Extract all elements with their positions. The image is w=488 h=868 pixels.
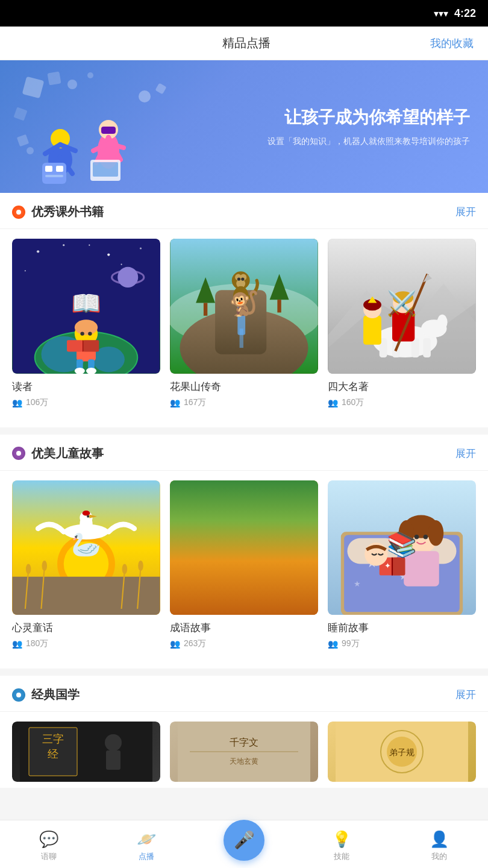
bottom-navigation: 💬 语聊 🪐 点播 🎤 💡 技能 👤 我的 [0, 820, 488, 868]
card-huaguo-image [170, 239, 318, 374]
svg-point-70 [233, 286, 249, 307]
svg-rect-59 [240, 329, 243, 348]
card-reader[interactable]: 读者 👥 106万 [7, 239, 165, 418]
section-icon-stories [12, 447, 25, 460]
svg-point-29 [37, 250, 39, 253]
svg-rect-13 [101, 127, 116, 134]
card-chengyu-views: 263万 [184, 638, 206, 649]
section-guoxue-title-wrap: 经典国学 [12, 687, 80, 703]
page-title: 精品点播 [63, 35, 430, 51]
svg-rect-25 [155, 83, 166, 94]
nav-mine-label: 我的 [431, 851, 447, 862]
svg-rect-109 [170, 480, 318, 615]
favorites-link[interactable]: 我的收藏 [430, 36, 474, 51]
promo-banner[interactable]: 让孩子成为你希望的样子 设置「我的知识」，机器人就依照来教导培训你的孩子 [0, 60, 488, 193]
card-shuiqian-meta-icon: 👥 [328, 639, 338, 649]
card-sidaming-meta-icon: 👥 [328, 398, 338, 407]
section-stories-title-wrap: 优美儿童故事 [12, 445, 104, 462]
card-xinling-views: 180万 [26, 638, 48, 649]
svg-point-100 [122, 564, 128, 574]
section-icon-guoxue [12, 688, 25, 702]
svg-point-32 [140, 247, 142, 249]
card-huaguo-meta: 👥 167万 [170, 397, 318, 408]
svg-text:✦: ✦ [384, 561, 391, 570]
svg-rect-23 [93, 162, 118, 177]
svg-rect-128 [224, 599, 230, 610]
banner-title: 让孩子成为你希望的样子 [267, 106, 470, 129]
svg-point-116 [235, 541, 253, 567]
card-huaguo-views: 167万 [184, 397, 206, 408]
svg-point-43 [75, 319, 98, 335]
card-chengyu-meta-icon: 👥 [170, 639, 180, 649]
svg-rect-118 [240, 512, 249, 528]
nav-mine[interactable]: 👤 我的 [390, 826, 488, 862]
card-sidaming[interactable]: 四大名著 👥 160万 [323, 239, 481, 418]
mine-icon: 👤 [430, 830, 449, 849]
nav-skills[interactable]: 💡 技能 [293, 826, 390, 862]
card-guoxue1[interactable]: 三字 经 [7, 722, 165, 788]
svg-rect-48 [83, 340, 99, 351]
svg-point-144 [428, 520, 444, 546]
nav-skills-label: 技能 [334, 851, 349, 862]
svg-point-68 [237, 277, 240, 280]
banner-illustration [12, 66, 205, 187]
svg-rect-129 [265, 535, 310, 586]
svg-rect-1 [47, 71, 61, 85]
card-chengyu-image: 成语 故事 [170, 480, 318, 615]
cover-guoxue3: 弟子规 [328, 722, 476, 782]
card-shuiqian-image: ★ ★ ★ ★ [328, 480, 476, 615]
svg-rect-150 [392, 557, 393, 575]
card-chengyu-title: 成语故事 [170, 621, 318, 635]
svg-rect-63 [277, 300, 281, 312]
card-huaguo[interactable]: 花果山传奇 👥 167万 [165, 239, 323, 418]
svg-text:经: 经 [48, 748, 58, 760]
section-expand-books[interactable]: 展开 [455, 205, 476, 219]
card-sidaming-image [328, 239, 476, 374]
nav-chat[interactable]: 💬 语聊 [0, 826, 98, 862]
section-expand-stories[interactable]: 展开 [455, 447, 476, 461]
card-shuiqian[interactable]: ★ ★ ★ ★ [323, 480, 481, 659]
section-title-stories: 优美儿童故事 [31, 445, 104, 462]
nav-broadcast-label: 点播 [139, 851, 154, 862]
svg-point-106 [83, 511, 90, 516]
svg-point-30 [63, 244, 64, 246]
svg-point-69 [241, 277, 244, 280]
card-guoxue2[interactable]: 千字文 天地玄黄 [165, 722, 323, 788]
svg-rect-62 [204, 303, 207, 315]
mic-center-button[interactable]: 🎤 [224, 820, 264, 861]
svg-rect-149 [392, 557, 405, 575]
card-guoxue3-image: 弟子规 [328, 722, 476, 782]
nav-mic-center[interactable]: 🎤 [195, 828, 293, 861]
svg-rect-112 [194, 557, 198, 576]
card-xinling-meta: 👥 180万 [12, 638, 160, 649]
guoxue-cards-partial: 三字 经 千字文 天地玄黄 [0, 712, 488, 788]
mic-icon: 🎤 [234, 830, 255, 850]
section-guoxue-header: 经典国学 展开 [0, 676, 488, 712]
svg-rect-125 [198, 599, 203, 610]
skills-icon: 💡 [332, 830, 351, 849]
card-guoxue3[interactable]: 弟子规 [323, 722, 481, 788]
card-guoxue2-image: 千字文 天地玄黄 [170, 722, 318, 782]
card-reader-image [12, 239, 160, 374]
card-guoxue1-image: 三字 经 [12, 722, 160, 782]
svg-point-44 [80, 332, 84, 335]
svg-point-124 [190, 573, 208, 591]
card-xinling[interactable]: 心灵童话 👥 180万 [7, 480, 165, 659]
svg-text:★: ★ [354, 579, 361, 588]
banner-subtitle: 设置「我的知识」，机器人就依照来教导培训你的孩子 [267, 135, 470, 148]
svg-rect-0 [22, 77, 45, 99]
svg-point-24 [139, 90, 151, 102]
svg-rect-19 [45, 166, 52, 172]
svg-rect-94 [13, 576, 160, 615]
card-xinling-meta-icon: 👥 [12, 639, 22, 649]
cover-chengyu: 成语 故事 [170, 480, 318, 615]
nav-broadcast[interactable]: 🪐 点播 [98, 826, 195, 862]
section-expand-guoxue[interactable]: 展开 [455, 688, 476, 702]
svg-point-145 [414, 535, 419, 539]
card-chengyu[interactable]: 成语 故事 成语故事 👥 263万 [165, 480, 323, 659]
cover-huaguo [170, 239, 318, 374]
page-header: 精品点播 我的收藏 [0, 27, 488, 60]
books-cards-grid: 读者 👥 106万 [0, 229, 488, 427]
svg-point-107 [87, 515, 89, 517]
card-shuiqian-views: 99万 [342, 638, 360, 649]
